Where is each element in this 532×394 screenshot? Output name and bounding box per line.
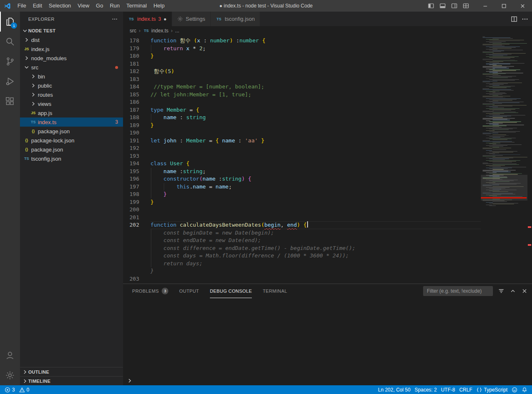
activity-settings[interactable] — [0, 365, 20, 385]
line-number[interactable] — [123, 229, 150, 237]
line-number[interactable]: 185 — [123, 91, 150, 99]
code-line[interactable]: 186 — [123, 98, 481, 106]
console-filter-input[interactable] — [423, 286, 493, 296]
line-number[interactable]: 179 — [123, 45, 150, 53]
overview-ruler[interactable] — [527, 35, 532, 284]
line-number[interactable]: 195 — [123, 168, 150, 176]
status-ln-202-col-50[interactable]: Ln 202, Col 50 — [376, 387, 413, 393]
menu-run[interactable]: Run — [106, 2, 123, 9]
tree-item-src[interactable]: src — [20, 63, 123, 72]
breadcrumb-index-ts[interactable]: TSindex.ts — [143, 28, 168, 34]
activity-search[interactable] — [0, 32, 20, 51]
code-line[interactable]: 197 this.name = name; — [123, 183, 481, 191]
code-line[interactable]: const beginDate = new Date(begin); — [123, 229, 481, 237]
code-line[interactable]: 178function 함수 (x : number) :number { — [123, 37, 481, 45]
code-line[interactable]: 180} — [123, 52, 481, 60]
code-line[interactable]: 183 — [123, 76, 481, 83]
close-icon[interactable] — [521, 288, 528, 294]
tree-item-public[interactable]: public — [20, 81, 123, 90]
menu-view[interactable]: View — [74, 2, 93, 9]
line-number[interactable]: 197 — [123, 183, 150, 191]
menu-help[interactable]: Help — [150, 2, 168, 9]
tree-item-index-ts[interactable]: TSindex.ts3 — [20, 117, 123, 127]
status-typescript[interactable]: TypeScript — [474, 387, 510, 393]
minimap[interactable] — [481, 35, 527, 284]
code-line[interactable]: 196 constructor(name :string) { — [123, 175, 481, 183]
line-number[interactable]: 180 — [123, 52, 150, 60]
status-utf-8[interactable]: UTF-8 — [439, 387, 457, 393]
line-number[interactable]: 193 — [123, 152, 150, 160]
panel-tab-output[interactable]: OUTPUT — [179, 284, 199, 298]
activity-accounts[interactable] — [0, 345, 20, 365]
code-line[interactable]: 199} — [123, 198, 481, 206]
code-line[interactable]: 190 — [123, 129, 481, 137]
code-line[interactable]: 202function calculateDaysBetweenDates(be… — [123, 221, 481, 229]
code-line[interactable]: 195 name :string; — [123, 168, 481, 176]
menu-edit[interactable]: Edit — [30, 2, 45, 9]
code-line[interactable]: 179 return x * 2; — [123, 45, 481, 53]
code-line[interactable]: 193 — [123, 152, 481, 160]
explorer-more-actions-icon[interactable] — [111, 15, 119, 23]
tab-tsconfig-json[interactable]: TStsconfig.json — [211, 12, 260, 26]
tree-item-views[interactable]: views — [20, 99, 123, 108]
line-number[interactable]: 196 — [123, 175, 150, 183]
tab-index-ts[interactable]: TSindex.ts3● — [123, 12, 172, 26]
tree-item-node-modules[interactable]: node_modules — [20, 54, 123, 63]
menu-go[interactable]: Go — [93, 2, 106, 9]
minimize-icon[interactable] — [476, 0, 495, 12]
code-line[interactable]: 181 — [123, 60, 481, 68]
status-bell-icon[interactable] — [520, 387, 530, 393]
tree-item-package-json[interactable]: {}package.json — [20, 145, 123, 154]
code-line[interactable]: 185// let john:Member = [1, true]; — [123, 91, 481, 99]
breadcrumb--[interactable]: ... — [175, 28, 179, 34]
status-0[interactable]: 0 — [17, 385, 32, 394]
line-number[interactable]: 178 — [123, 37, 150, 45]
line-number[interactable]: 194 — [123, 160, 150, 168]
code-line[interactable]: } — [123, 267, 481, 275]
line-number[interactable]: 188 — [123, 114, 150, 122]
tree-item-bin[interactable]: bin — [20, 72, 123, 81]
line-number[interactable]: 199 — [123, 198, 150, 206]
line-number[interactable]: 187 — [123, 106, 150, 114]
panel-tab-terminal[interactable]: TERMINAL — [263, 284, 287, 298]
toggle-secondary-sidebar-icon[interactable] — [448, 0, 460, 12]
menu-file[interactable]: File — [14, 2, 30, 9]
more-actions-icon[interactable] — [521, 15, 529, 23]
tree-item-package-lock-json[interactable]: {}package-lock.json — [20, 136, 123, 145]
code-line[interactable]: const difference = endDate.getTime() - b… — [123, 245, 481, 252]
tab-settings[interactable]: Settings — [172, 12, 211, 26]
close-icon[interactable] — [513, 0, 532, 12]
filter-icon[interactable] — [498, 288, 505, 294]
line-number[interactable] — [123, 245, 150, 252]
code-line[interactable]: 201 — [123, 214, 481, 222]
line-number[interactable]: 183 — [123, 76, 150, 83]
panel-tab-problems[interactable]: PROBLEMS3 — [132, 284, 168, 298]
code-line[interactable]: 191let john : Member = { name : 'aa' } — [123, 137, 481, 145]
code-line[interactable]: 184 //type Member = [number, boolean]; — [123, 83, 481, 91]
tree-item-index-js[interactable]: JSindex.js — [20, 44, 123, 54]
code-line[interactable]: 187type Member = { — [123, 106, 481, 114]
workspace-section-header[interactable]: NODE TEST — [20, 26, 123, 35]
code-lines[interactable]: 178function 함수 (x : number) :number {179… — [123, 35, 481, 284]
tree-item-routes[interactable]: routes — [20, 90, 123, 99]
chevron-up-icon[interactable] — [510, 288, 516, 294]
code-line[interactable]: 188 name : string — [123, 114, 481, 122]
activity-explorer[interactable]: 1 — [0, 12, 20, 32]
line-number[interactable] — [123, 252, 150, 260]
status-crlf[interactable]: CRLF — [457, 387, 474, 393]
code-line[interactable]: 192 — [123, 144, 481, 152]
code-line[interactable]: 198 } — [123, 191, 481, 198]
line-number[interactable]: 203 — [123, 275, 150, 283]
code-line[interactable]: 203 — [123, 275, 481, 283]
debug-console-input[interactable] — [123, 376, 532, 385]
line-number[interactable]: 181 — [123, 60, 150, 68]
code-line[interactable]: const days = Math.floor(difference / (10… — [123, 252, 481, 260]
line-number[interactable]: 198 — [123, 191, 150, 198]
tree-item-tsconfig-json[interactable]: TStsconfig.json — [20, 154, 123, 163]
line-number[interactable]: 189 — [123, 122, 150, 130]
line-number[interactable] — [123, 260, 150, 268]
code-line[interactable]: const endDate = new Date(end); — [123, 237, 481, 245]
line-number[interactable]: 190 — [123, 129, 150, 137]
code-line[interactable]: return days; — [123, 260, 481, 268]
activity-source-control[interactable] — [0, 51, 20, 71]
